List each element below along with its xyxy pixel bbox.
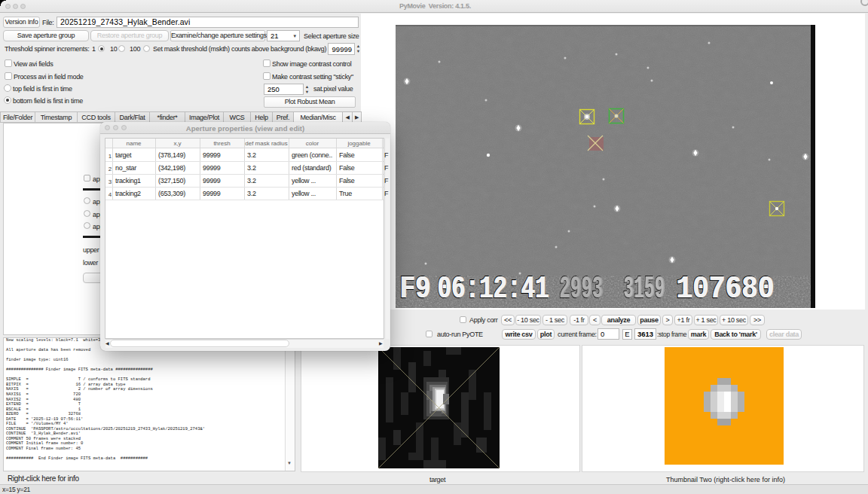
svg-text:F9: F9 [400, 271, 431, 307]
svg-text:06:12:41: 06:12:41 [438, 271, 549, 307]
svg-text:3159: 3159 [624, 271, 665, 307]
svg-text:2993: 2993 [560, 271, 604, 307]
svg-text:107680: 107680 [677, 271, 775, 307]
